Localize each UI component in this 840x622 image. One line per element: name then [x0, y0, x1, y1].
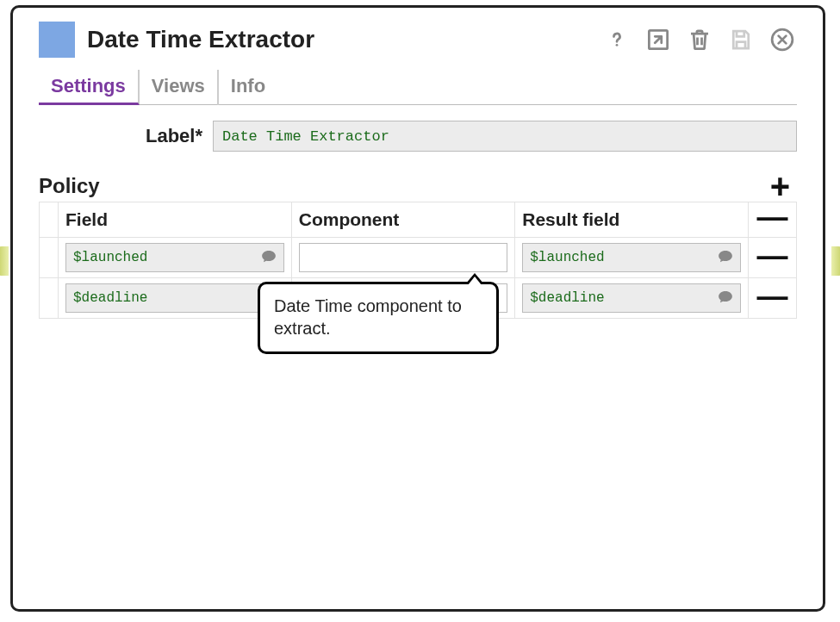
bg-peek-left — [0, 246, 9, 276]
help-icon[interactable] — [602, 25, 632, 54]
dialog-title: Date Time Extractor — [87, 26, 590, 53]
result-value: $deadline — [530, 290, 604, 306]
field-value: $deadline — [73, 290, 147, 306]
close-icon[interactable] — [768, 25, 797, 54]
tabs: Settings Views Info — [39, 70, 797, 105]
export-icon[interactable] — [644, 25, 673, 54]
table-row: $launched $launched — [40, 238, 797, 278]
remove-row-button[interactable]: — — [757, 238, 788, 273]
comment-icon[interactable] — [718, 289, 733, 308]
label-field-label: Label* — [39, 125, 202, 147]
column-result: Result field — [515, 202, 749, 238]
result-input[interactable]: $launched — [522, 243, 741, 272]
dialog-header: Date Time Extractor — [39, 22, 797, 58]
tab-views[interactable]: Views — [140, 70, 219, 105]
label-input[interactable] — [213, 121, 797, 152]
comment-icon[interactable] — [718, 249, 733, 267]
color-swatch[interactable] — [39, 22, 75, 58]
trash-icon[interactable] — [685, 25, 714, 54]
table-header-row: Field Component Result field — — [40, 202, 797, 238]
field-input[interactable]: $deadline — [65, 283, 284, 313]
column-actions: — — [749, 202, 797, 238]
tab-settings[interactable]: Settings — [39, 70, 140, 105]
column-component: Component — [291, 202, 515, 238]
result-input[interactable]: $deadline — [522, 283, 741, 313]
tooltip: Date Time component to extract. — [258, 282, 499, 354]
row-handle[interactable] — [40, 278, 59, 319]
component-input[interactable] — [299, 243, 508, 272]
column-field: Field — [59, 202, 292, 238]
dialog: Date Time Extractor Settings Views Info … — [10, 5, 825, 612]
field-input[interactable]: $launched — [65, 243, 284, 272]
column-handle — [40, 202, 59, 238]
svg-point-1 — [616, 44, 619, 47]
save-icon[interactable] — [726, 25, 756, 54]
tab-info[interactable]: Info — [219, 70, 277, 105]
bg-peek-right — [831, 246, 840, 276]
field-value: $launched — [73, 250, 147, 265]
policy-section-head: Policy + — [39, 174, 797, 198]
row-handle[interactable] — [40, 238, 59, 278]
result-value: $launched — [530, 250, 604, 265]
label-row: Label* — [39, 121, 797, 152]
add-row-button[interactable]: + — [763, 174, 797, 198]
toolbar — [602, 25, 797, 54]
policy-heading: Policy — [39, 174, 763, 198]
remove-header-icon: — — [757, 199, 788, 234]
tooltip-text: Date Time component to extract. — [274, 296, 462, 338]
remove-row-button[interactable]: — — [757, 278, 788, 314]
comment-icon[interactable] — [261, 249, 277, 267]
